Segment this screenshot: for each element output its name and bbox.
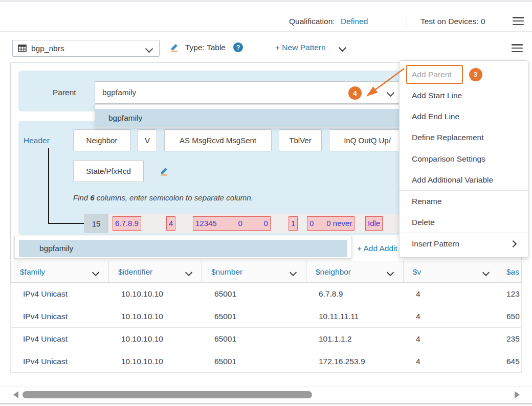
column-label: $v <box>413 267 421 277</box>
column-label: $identifier <box>118 267 152 277</box>
top-window-strip <box>0 0 532 2</box>
edit-header-pencil-icon[interactable] <box>160 166 169 176</box>
columns-hint-text: Find 6 columns, enter semicolon to separ… <box>73 193 253 202</box>
add-additional-link[interactable]: + Add Addit <box>357 244 397 253</box>
table-cell: 6.7.8.9 <box>306 283 404 305</box>
header-token[interactable]: State/PfxRcd <box>73 160 144 182</box>
menu-item-delete[interactable]: Delete <box>400 212 528 233</box>
parent-label: Parent <box>53 88 76 97</box>
scrollbar-thumb[interactable] <box>23 391 312 398</box>
header-token-tblver[interactable]: TblVer <box>279 129 322 151</box>
column-label: $neighbor <box>316 267 351 277</box>
chevron-down-icon <box>387 269 394 276</box>
edit-parser-pencil-icon[interactable] <box>170 42 179 52</box>
scroll-right-arrow-icon[interactable] <box>515 391 520 398</box>
table-cell: IPv4 Unicast <box>11 283 109 305</box>
match-value-box[interactable]: Idle <box>365 216 383 231</box>
table-cell: 10.10.10.10 <box>109 305 202 327</box>
menu-item-add-additional-variable[interactable]: Add Additional Variable <box>400 169 528 190</box>
table-cell: IPv4 Unicast <box>11 350 109 372</box>
column-header--identifier[interactable]: $identifier <box>109 261 202 282</box>
table-cell: 123 <box>499 283 522 305</box>
parent-dropdown-list: bgpfamily <box>95 104 402 128</box>
chevron-down-icon <box>185 269 192 276</box>
column-label: $family <box>20 267 45 277</box>
header-token-inq-outq-up-[interactable]: InQ OutQ Up/ <box>329 129 406 151</box>
header-connector-line <box>48 148 49 223</box>
header-token-v[interactable]: V <box>138 129 157 151</box>
menu-item-insert-pattern[interactable]: Insert Pattern <box>400 233 528 254</box>
table-cell: 10.10.10.10 <box>109 350 202 372</box>
parent-dropdown-option[interactable]: bgpfamily <box>95 109 402 127</box>
match-value-box[interactable]: 12345 0 0 <box>193 216 271 231</box>
pattern-options-hamburger-icon[interactable] <box>512 44 523 52</box>
bottom-dropdown-option[interactable]: bgpfamily <box>19 240 347 257</box>
table-cell: 65001 <box>202 350 306 372</box>
new-pattern-chevron-icon <box>339 44 347 52</box>
table-cell: 650 <box>499 305 522 327</box>
hamburger-menu-icon[interactable] <box>513 17 524 25</box>
parser-name-value: bgp_nbrs <box>31 44 64 53</box>
column-label: $as <box>506 267 519 277</box>
table-cell: IPv4 Unicast <box>11 328 109 350</box>
table-row: IPv4 Unicast10.10.10.10650016.7.8.94123 <box>11 283 521 305</box>
chevron-down-icon <box>145 45 153 53</box>
results-body: IPv4 Unicast10.10.10.10650016.7.8.94123I… <box>10 283 522 373</box>
annotation-arrow <box>359 64 408 103</box>
bottom-dropdown-list: bgpfamily <box>14 236 352 259</box>
menu-item-label: Add Additional Variable <box>412 175 493 185</box>
parent-select-value: bgpfamily <box>102 88 136 97</box>
table-cell: 235 <box>499 328 522 350</box>
menu-item-comparison-settings[interactable]: Comparison Settings <box>400 148 528 169</box>
header-token-as-msgrcvd-msgsent[interactable]: AS MsgRcvd MsgSent <box>164 129 272 151</box>
test-on-devices-link[interactable]: Test on Devices: 0 <box>420 17 485 26</box>
annotation-outline: Add Parent <box>406 65 463 84</box>
menu-item-rename[interactable]: Rename <box>400 191 528 212</box>
match-value-box[interactable]: 6.7.8.9 <box>113 216 141 231</box>
table-cell: 101.1.1.2 <box>306 328 404 350</box>
menu-item-add-parent[interactable]: Add Parent3 <box>400 64 528 85</box>
column-label: $number <box>211 267 242 277</box>
column-header--family[interactable]: $family <box>11 261 109 282</box>
column-header--neighbor[interactable]: $neighbor <box>306 261 404 282</box>
menu-item-define-replacement[interactable]: Define Replacement <box>400 127 528 148</box>
header-token-neighbor[interactable]: Neighbor <box>73 129 130 151</box>
table-cell: 10.10.10.10 <box>109 283 202 305</box>
menu-item-label: Rename <box>412 197 442 206</box>
new-pattern-button[interactable]: + New Pattern <box>275 43 326 52</box>
table-row: IPv4 Unicast10.10.10.106500110.11.11.114… <box>11 305 521 328</box>
header-section-label: Header <box>24 136 50 145</box>
column-header--v[interactable]: $v <box>404 261 499 282</box>
chevron-down-icon <box>290 269 297 276</box>
header-tokens-row1: NeighborVAS MsgRcvd MsgSentTblVerInQ Out… <box>73 129 406 151</box>
menu-item-label: Add Start Line <box>412 91 462 100</box>
menu-item-label: Insert Pattern <box>412 239 459 249</box>
step-badge-3: 3 <box>469 68 482 81</box>
results-header-row: $family$identifier$number$neighbor$v$as <box>10 261 522 283</box>
help-icon[interactable]: ? <box>233 42 243 52</box>
submenu-chevron-icon <box>509 240 517 247</box>
table-cell: IPv4 Unicast <box>11 305 109 327</box>
table-cell: 4 <box>404 328 499 350</box>
table-cell: 4 <box>404 283 499 305</box>
table-cell: 4 <box>404 350 499 372</box>
table-cell: 645 <box>499 350 522 372</box>
parser-name-select[interactable]: bgp_nbrs <box>12 40 160 57</box>
column-header--as[interactable]: $as <box>499 261 522 282</box>
menu-item-label: Add End Line <box>412 112 459 121</box>
match-value-box[interactable]: 4 <box>166 216 175 231</box>
header-connector-line <box>48 223 85 224</box>
menu-item-add-start-line[interactable]: Add Start Line <box>400 85 528 106</box>
bottom-border <box>0 403 532 404</box>
column-header--number[interactable]: $number <box>202 261 306 282</box>
table-row: IPv4 Unicast10.10.10.1065001101.1.1.2423… <box>11 328 521 350</box>
match-value-box[interactable]: 0 0 never <box>307 216 354 231</box>
table-cell: 4 <box>404 305 499 327</box>
scroll-left-arrow-icon[interactable] <box>13 391 18 398</box>
table-cell: 65001 <box>202 305 306 327</box>
match-value-box[interactable]: 1 <box>289 216 298 231</box>
menu-item-add-end-line[interactable]: Add End Line <box>400 106 528 127</box>
qualification-value-link[interactable]: Defined <box>341 17 368 26</box>
sample-line-number: 15 <box>84 214 108 233</box>
menu-item-label: Define Replacement <box>412 133 483 142</box>
